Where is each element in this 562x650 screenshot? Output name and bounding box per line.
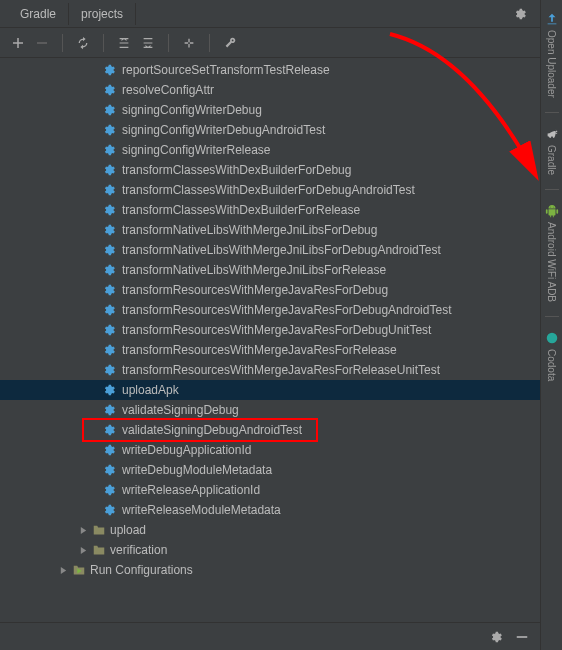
task-label: transformNativeLibsWithMergeJniLibsForDe…: [122, 243, 441, 257]
toolbar: [0, 28, 562, 58]
task-item[interactable]: transformResourcesWithMergeJavaResForDeb…: [0, 320, 562, 340]
sidebar-item-android-wifi-adb[interactable]: Android WiFi ADB: [543, 198, 561, 308]
tab-gradle[interactable]: Gradle: [8, 3, 69, 25]
task-label: validateSigningDebugAndroidTest: [122, 423, 302, 437]
sidebar-label: Open Uploader: [546, 30, 557, 98]
task-item[interactable]: transformNativeLibsWithMergeJniLibsForRe…: [0, 260, 562, 280]
sidebar-item-codota[interactable]: Codota: [543, 325, 561, 387]
task-item[interactable]: transformResourcesWithMergeJavaResForRel…: [0, 340, 562, 360]
task-item[interactable]: writeDebugModuleMetadata: [0, 460, 562, 480]
upload-icon: [545, 12, 559, 26]
gear-icon: [102, 83, 116, 97]
task-item[interactable]: validateSigningDebug: [0, 400, 562, 420]
svg-rect-1: [517, 636, 528, 638]
gear-icon: [102, 423, 116, 437]
folder-item[interactable]: verification: [0, 540, 562, 560]
task-item[interactable]: transformClassesWithDexBuilderForRelease: [0, 200, 562, 220]
run-config-label: Run Configurations: [90, 563, 193, 577]
task-item[interactable]: signingConfigWriterRelease: [0, 140, 562, 160]
sidebar-item-gradle[interactable]: Gradle: [543, 121, 561, 181]
task-item[interactable]: signingConfigWriterDebugAndroidTest: [0, 120, 562, 140]
task-label: transformClassesWithDexBuilderForRelease: [122, 203, 360, 217]
settings-icon[interactable]: [488, 629, 504, 645]
gear-icon: [102, 203, 116, 217]
task-label: transformResourcesWithMergeJavaResForDeb…: [122, 283, 388, 297]
android-icon: [545, 204, 559, 218]
task-label: validateSigningDebug: [122, 403, 239, 417]
gear-icon: [102, 103, 116, 117]
task-item[interactable]: validateSigningDebugAndroidTest: [0, 420, 562, 440]
gradle-icon: [545, 127, 559, 141]
task-item[interactable]: transformResourcesWithMergeJavaResForDeb…: [0, 280, 562, 300]
gear-icon: [102, 323, 116, 337]
tab-projects[interactable]: projects: [69, 3, 136, 25]
folder-item[interactable]: upload: [0, 520, 562, 540]
task-label: transformClassesWithDexBuilderForDebug: [122, 163, 351, 177]
task-item[interactable]: writeDebugApplicationId: [0, 440, 562, 460]
folder-label: upload: [110, 523, 146, 537]
gear-icon: [102, 443, 116, 457]
task-item[interactable]: uploadApk: [0, 380, 562, 400]
gear-icon: [102, 183, 116, 197]
separator: [103, 34, 104, 52]
task-item[interactable]: transformResourcesWithMergeJavaResForDeb…: [0, 300, 562, 320]
gear-icon: [102, 63, 116, 77]
gear-icon: [102, 263, 116, 277]
task-label: transformResourcesWithMergeJavaResForDeb…: [122, 303, 451, 317]
run-config-item[interactable]: Run Configurations: [0, 560, 562, 580]
task-label: writeDebugModuleMetadata: [122, 463, 272, 477]
gear-icon: [102, 283, 116, 297]
task-label: signingConfigWriterRelease: [122, 143, 271, 157]
task-label: reportSourceSetTransformTestRelease: [122, 63, 330, 77]
gear-icon: [102, 243, 116, 257]
task-label: signingConfigWriterDebugAndroidTest: [122, 123, 325, 137]
right-sidebar: Open Uploader Gradle Android WiFi ADB Co…: [540, 0, 562, 650]
expand-arrow-icon: [78, 525, 88, 535]
expand-all-icon[interactable]: [116, 35, 132, 51]
offline-mode-icon[interactable]: [181, 35, 197, 51]
separator: [168, 34, 169, 52]
refresh-icon[interactable]: [75, 35, 91, 51]
task-item[interactable]: writeReleaseApplicationId: [0, 480, 562, 500]
add-icon[interactable]: [10, 35, 26, 51]
sidebar-item-open-uploader[interactable]: Open Uploader: [543, 6, 561, 104]
separator: [209, 34, 210, 52]
collapse-all-icon[interactable]: [140, 35, 156, 51]
sidebar-label: Android WiFi ADB: [546, 222, 557, 302]
expand-arrow-icon: [78, 545, 88, 555]
gear-icon: [102, 483, 116, 497]
task-item[interactable]: reportSourceSetTransformTestRelease: [0, 60, 562, 80]
folder-icon: [92, 543, 106, 557]
task-item[interactable]: transformClassesWithDexBuilderForDebugAn…: [0, 180, 562, 200]
task-item[interactable]: writeReleaseModuleMetadata: [0, 500, 562, 520]
gear-icon: [102, 223, 116, 237]
separator: [545, 112, 559, 113]
task-label: transformResourcesWithMergeJavaResForDeb…: [122, 323, 431, 337]
task-item[interactable]: transformResourcesWithMergeJavaResForRel…: [0, 360, 562, 380]
codota-icon: [545, 331, 559, 345]
task-item[interactable]: transformNativeLibsWithMergeJniLibsForDe…: [0, 240, 562, 260]
gear-icon: [102, 363, 116, 377]
run-icon: [72, 563, 86, 577]
task-item[interactable]: resolveConfigAttr: [0, 80, 562, 100]
task-label: transformResourcesWithMergeJavaResForRel…: [122, 363, 440, 377]
task-item[interactable]: signingConfigWriterDebug: [0, 100, 562, 120]
tab-bar: Gradle projects: [0, 0, 562, 28]
wrench-icon[interactable]: [222, 35, 238, 51]
gear-icon: [102, 383, 116, 397]
separator: [62, 34, 63, 52]
gear-icon: [102, 403, 116, 417]
tree-container[interactable]: reportSourceSetTransformTestReleaseresol…: [0, 58, 562, 618]
separator: [545, 316, 559, 317]
settings-icon[interactable]: [512, 6, 528, 22]
gear-icon: [102, 343, 116, 357]
folder-icon: [92, 523, 106, 537]
gear-icon: [102, 503, 116, 517]
task-item[interactable]: transformClassesWithDexBuilderForDebug: [0, 160, 562, 180]
minimize-icon[interactable]: [514, 629, 530, 645]
task-item[interactable]: transformNativeLibsWithMergeJniLibsForDe…: [0, 220, 562, 240]
remove-icon[interactable]: [34, 35, 50, 51]
gear-icon: [102, 143, 116, 157]
task-label: writeReleaseApplicationId: [122, 483, 260, 497]
gear-icon: [102, 163, 116, 177]
